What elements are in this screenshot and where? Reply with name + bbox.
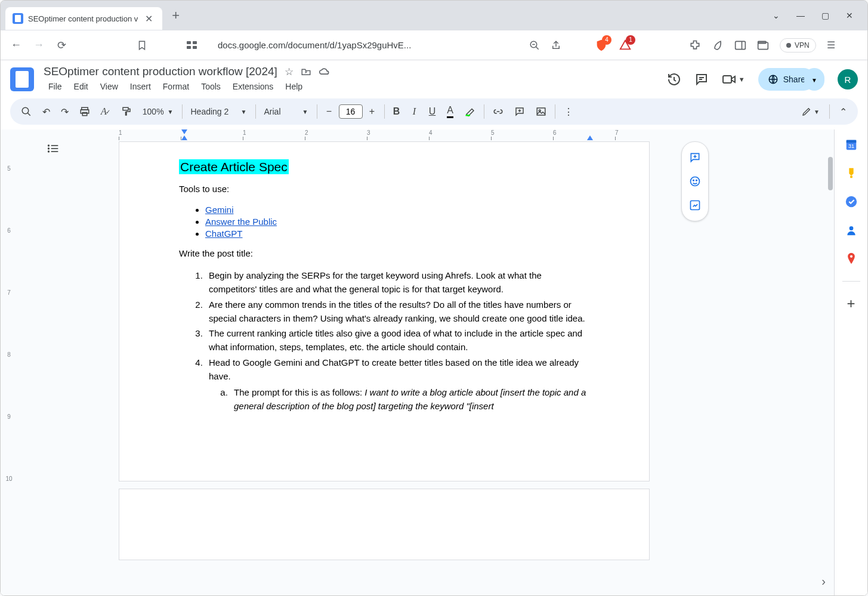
comments-icon[interactable] [694, 72, 709, 87]
reload-button[interactable]: ⟳ [55, 39, 67, 52]
menu-icon[interactable]: ☰ [827, 39, 835, 51]
move-icon[interactable] [301, 67, 311, 76]
add-emoji-float-button[interactable] [684, 171, 706, 192]
step-3[interactable]: The current ranking article titles also … [205, 326, 589, 354]
tasks-icon[interactable] [845, 195, 858, 208]
add-comment-float-button[interactable] [684, 147, 706, 168]
vpn-button[interactable]: VPN [780, 38, 816, 53]
step-1[interactable]: Begin by analyzing the SERPs for the tar… [205, 268, 589, 297]
close-tab-icon[interactable]: ✕ [143, 13, 155, 24]
menu-tools[interactable]: Tools [196, 79, 226, 94]
fontsize-input[interactable] [339, 104, 363, 119]
font-select[interactable]: Arial ▼ [260, 104, 313, 119]
brave-shields-icon[interactable]: 4 [595, 39, 608, 52]
search-menu-icon[interactable] [16, 103, 36, 121]
minimize-icon[interactable]: — [796, 11, 805, 20]
bold-button[interactable]: B [388, 103, 405, 121]
document-title[interactable]: SEOptimer content production workflow [2… [44, 65, 277, 78]
history-icon[interactable] [667, 72, 681, 87]
write-title-label[interactable]: Write the post title: [179, 247, 589, 261]
link-gemini[interactable]: Gemini [205, 205, 234, 215]
document-page[interactable]: Create Article Spec Tools to use: Gemini… [119, 141, 650, 481]
menu-view[interactable]: View [95, 79, 123, 94]
keep-icon[interactable] [845, 166, 858, 180]
link-answer-the-public[interactable]: Answer the Public [205, 217, 277, 227]
print-button[interactable] [75, 103, 95, 121]
substep-a[interactable]: The prompt for this is as follows: I wan… [230, 385, 589, 413]
more-tools-button[interactable]: ⋮ [559, 103, 578, 121]
menu-extensions[interactable]: Extensions [228, 79, 278, 94]
zoom-out-icon[interactable] [529, 40, 540, 51]
docs-logo[interactable] [10, 67, 34, 91]
maps-icon[interactable] [845, 252, 858, 265]
scrollbar-thumb[interactable] [828, 157, 833, 190]
paint-format-button[interactable] [116, 103, 137, 121]
tools-to-use-label[interactable]: Tools to use: [179, 183, 589, 196]
vpn-label: VPN [795, 41, 810, 50]
star-icon[interactable]: ☆ [285, 66, 294, 78]
collapse-toolbar-button[interactable]: ⌃ [835, 103, 852, 121]
italic-button[interactable]: I [406, 103, 423, 121]
menu-insert[interactable]: Insert [125, 79, 156, 94]
menu-format[interactable]: Format [158, 79, 194, 94]
underline-button[interactable]: U [424, 103, 441, 121]
wallet-icon[interactable] [757, 40, 769, 51]
text-color-button[interactable]: A [442, 101, 459, 122]
close-window-icon[interactable]: ✕ [846, 11, 853, 20]
explore-button[interactable]: › [821, 575, 826, 588]
back-button[interactable]: ← [10, 39, 22, 51]
right-indent-marker[interactable] [587, 135, 593, 140]
url-field[interactable]: docs.google.com/document/d/1yapSx29guHvE… [208, 40, 518, 50]
insert-link-button[interactable] [488, 103, 508, 121]
share-dropdown[interactable]: ▼ [804, 68, 824, 91]
add-comment-button[interactable] [509, 103, 530, 121]
leaf-icon[interactable] [712, 39, 724, 51]
add-addon-icon[interactable]: + [845, 297, 858, 310]
menu-edit[interactable]: Edit [69, 79, 93, 94]
step-4[interactable]: Head to Google Gemini and ChatGPT to cre… [205, 356, 589, 413]
document-scroll-area[interactable]: 1 1 2 3 4 5 6 7 Create Article [17, 129, 834, 595]
spellcheck-button[interactable]: A✓ [96, 103, 115, 121]
link-chatgpt[interactable]: ChatGPT [205, 228, 243, 239]
maximize-icon[interactable]: ▢ [821, 11, 829, 20]
chevron-down-icon[interactable]: ⌄ [773, 11, 780, 20]
steps-list[interactable]: Begin by analyzing the SERPs for the tar… [205, 268, 589, 413]
extensions-icon[interactable] [689, 39, 701, 51]
bookmark-icon[interactable] [137, 40, 147, 51]
suggest-edits-float-button[interactable] [684, 194, 706, 216]
site-settings-icon[interactable] [187, 41, 197, 50]
svg-point-42 [845, 196, 856, 207]
zoom-select[interactable]: 100% ▼ [138, 104, 178, 119]
cloud-status-icon[interactable] [319, 67, 330, 76]
account-avatar[interactable]: R [838, 69, 858, 89]
left-indent-marker[interactable] [181, 135, 187, 140]
first-line-indent-marker[interactable] [181, 129, 187, 134]
step-2[interactable]: Are there any common trends in the title… [205, 298, 589, 326]
redo-button[interactable]: ↷ [56, 103, 73, 121]
fontsize-increase[interactable]: + [364, 103, 381, 121]
new-tab-button[interactable]: + [165, 8, 187, 23]
brave-rewards-icon[interactable]: 1 [619, 39, 632, 52]
browser-tab[interactable]: SEOptimer content production v ✕ [5, 7, 162, 30]
menu-help[interactable]: Help [280, 79, 307, 94]
fontsize-decrease[interactable]: − [321, 103, 338, 121]
tools-list[interactable]: Gemini Answer the Public ChatGPT [205, 205, 589, 239]
contacts-icon[interactable] [845, 224, 858, 237]
style-select[interactable]: Heading 2 ▼ [186, 104, 252, 119]
meet-icon[interactable]: ▼ [722, 73, 745, 85]
tab-title: SEOptimer content production v [28, 14, 138, 23]
share-url-icon[interactable] [551, 40, 561, 51]
calendar-icon[interactable]: 31 [845, 138, 858, 151]
highlight-button[interactable] [460, 103, 480, 121]
undo-button[interactable]: ↶ [38, 103, 55, 121]
document-page-next[interactable] [119, 489, 650, 560]
svg-point-43 [849, 226, 853, 230]
insert-image-button[interactable] [531, 103, 551, 121]
sidebar-toggle-icon[interactable] [734, 40, 746, 51]
editing-mode-button[interactable]: ▼ [797, 103, 824, 120]
svg-rect-13 [723, 76, 731, 83]
forward-button[interactable]: → [33, 39, 45, 51]
heading-create-article-spec[interactable]: Create Article Spec [179, 159, 289, 174]
outline-toggle-icon[interactable] [47, 144, 59, 153]
menu-file[interactable]: File [44, 79, 67, 94]
